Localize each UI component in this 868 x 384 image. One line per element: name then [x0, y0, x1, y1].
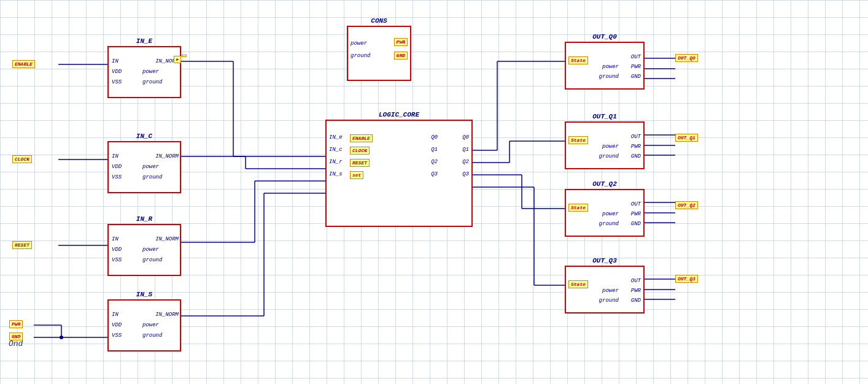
out-q3-power-line: power: [602, 288, 619, 294]
lc-in-e-label: IN_e: [329, 134, 343, 140]
in-e-ground-label: ground: [142, 79, 162, 85]
out-q3-out-label: OUT: [631, 278, 641, 284]
block-in-c: IN_C IN VDD VSS power ground IN_NORM: [107, 141, 181, 193]
out-q2-gnd-label: GND: [631, 221, 641, 227]
block-in-c-title: IN_C: [109, 132, 180, 140]
lc-q2-label: Q2: [462, 159, 469, 165]
in-s-power-label: power: [142, 322, 159, 328]
out-q2-pin: OUT_Q2: [675, 201, 698, 209]
block-in-e: IN_E IN VDD VSS power ground IN_NORM ▶: [107, 46, 181, 98]
block-out-q2-title: OUT_Q2: [566, 180, 643, 188]
out-q3-ground-line: ground: [599, 298, 619, 304]
lc-q1-out-label: Q1: [431, 147, 438, 153]
in-r-power-label: power: [142, 247, 159, 253]
schematic-canvas: ENABLE IN_E IN VDD VSS power ground IN_N…: [0, 0, 868, 384]
out-q0-out-label: OUT: [631, 54, 641, 60]
block-in-e-title: IN_E: [109, 37, 180, 45]
block-logic-core-title: LOGIC_CORE: [327, 111, 471, 118]
block-out-q2: OUT_Q2 State OUT PWR GND power ground: [565, 189, 645, 237]
lc-enable-pin: ENABLE: [350, 134, 373, 142]
in-c-in-label: IN: [112, 153, 118, 159]
out-q3-pin: OUT_Q3: [675, 275, 698, 283]
svg-point-15: [60, 336, 63, 339]
out-q3-gnd-label: GND: [631, 298, 641, 304]
in-c-ground-label: ground: [142, 174, 162, 180]
out-q1-ground-line: ground: [599, 153, 619, 159]
cons-gnd-pin: GND: [394, 52, 408, 60]
ond-label: Ond: [9, 339, 23, 348]
lc-q1-label: Q1: [462, 147, 469, 153]
in-r-vss-label: VSS: [112, 257, 122, 263]
block-out-q0-title: OUT_Q0: [566, 33, 643, 40]
out-q1-state-pin: State: [568, 136, 588, 144]
lc-set-pin: set: [350, 171, 363, 179]
in-e-vdd-label: VDD: [112, 69, 122, 75]
in-c-power-label: power: [142, 164, 159, 170]
cons-power-label: power: [351, 40, 367, 47]
out-q1-gnd-label: GND: [631, 153, 641, 159]
lc-q3-label: Q3: [462, 171, 469, 177]
cons-pwr-pin: PWR: [394, 38, 408, 46]
lc-q2-out-label: Q2: [431, 159, 438, 165]
pwr-pin: PWR: [9, 320, 23, 328]
lc-reset-pin: RESET: [350, 159, 370, 167]
enable-pin: ENABLE: [12, 60, 35, 68]
out-q2-ground-line: ground: [599, 221, 619, 227]
clock-pin: CLOCK: [12, 155, 32, 163]
lc-q0-label: Q0: [462, 134, 469, 140]
out-q2-state-pin: State: [568, 204, 588, 212]
block-cons-title: CONS: [348, 17, 410, 25]
block-out-q3: OUT_Q3 State OUT PWR GND power ground: [565, 266, 645, 313]
out-q3-pwr-label: PWR: [631, 288, 641, 294]
in-e-norm-pin: ▶: [174, 56, 181, 63]
block-cons: CONS power ground PWR GND: [347, 26, 411, 81]
out-q2-power-line: power: [602, 211, 619, 217]
out-q1-pin: OUT_Q1: [675, 134, 698, 142]
in-e-norm-out: [182, 55, 187, 57]
lc-q3-out-label: Q3: [431, 171, 438, 177]
in-s-ground-label: ground: [142, 332, 162, 339]
out-q1-out-label: OUT: [631, 134, 641, 140]
block-in-r: IN_R IN VDD VSS power ground IN_NORM: [107, 224, 181, 276]
in-s-in-label: IN: [112, 312, 118, 318]
in-c-vdd-label: VDD: [112, 164, 122, 170]
out-q0-ground-line: ground: [599, 74, 619, 80]
lc-clock-pin: CLOCK: [350, 147, 370, 155]
in-s-norm-label: IN_NORM: [155, 312, 179, 318]
block-in-r-title: IN_R: [109, 215, 180, 223]
in-e-power-label: power: [142, 69, 159, 75]
lc-q0-out-label: Q0: [431, 134, 438, 140]
out-q2-pwr-label: PWR: [631, 211, 641, 217]
in-c-norm-label: IN_NORM: [155, 153, 179, 159]
out-q1-power-line: power: [602, 144, 619, 150]
out-q0-pwr-label: PWR: [631, 64, 641, 70]
in-e-in-label: IN: [112, 58, 118, 64]
in-r-in-label: IN: [112, 236, 118, 242]
out-q0-pin: OUT_Q0: [675, 54, 698, 62]
out-q2-out-label: OUT: [631, 201, 641, 207]
block-in-s-title: IN_S: [109, 291, 180, 298]
cons-ground-label: ground: [351, 53, 370, 59]
out-q3-state-pin: State: [568, 280, 588, 288]
block-in-s: IN_S IN VDD VSS power ground IN_NORM: [107, 299, 181, 351]
reset-pin: RESET: [12, 241, 32, 249]
in-r-norm-label: IN_NORM: [155, 236, 179, 242]
in-s-vss-label: VSS: [112, 332, 122, 339]
lc-in-s-label: IN_s: [329, 171, 343, 177]
in-c-vss-label: VSS: [112, 174, 122, 180]
out-q0-state-pin: State: [568, 56, 588, 64]
out-q0-power-line: power: [602, 64, 619, 70]
out-q1-pwr-label: PWR: [631, 144, 641, 150]
in-e-vss-label: VSS: [112, 79, 122, 85]
lc-in-c-label: IN_c: [329, 147, 343, 153]
block-out-q1-title: OUT_Q1: [566, 113, 643, 120]
block-out-q0: OUT_Q0 State OUT PWR GND power ground: [565, 42, 645, 90]
in-r-vdd-label: VDD: [112, 247, 122, 253]
lc-in-r-label: IN_r: [329, 159, 343, 165]
block-out-q1: OUT_Q1 State OUT PWR GND power ground: [565, 121, 645, 169]
out-q0-gnd-label: GND: [631, 74, 641, 80]
block-logic-core: LOGIC_CORE IN_e IN_c IN_r IN_s ENABLE CL…: [325, 120, 473, 227]
in-r-ground-label: ground: [142, 257, 162, 263]
in-s-vdd-label: VDD: [112, 322, 122, 328]
block-out-q3-title: OUT_Q3: [566, 257, 643, 264]
